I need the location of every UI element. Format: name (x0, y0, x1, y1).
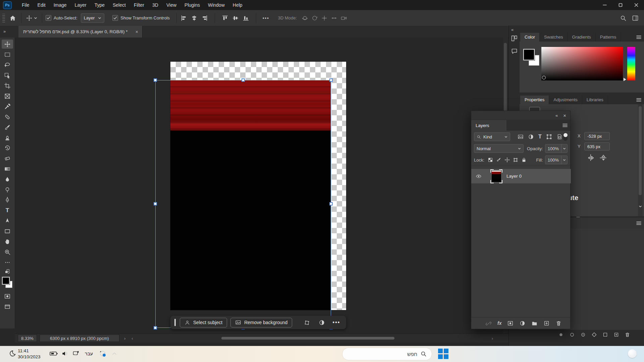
properties-tab-libraries[interactable]: Libraries (582, 96, 608, 104)
3d-roll-icon[interactable] (311, 15, 318, 21)
tool-clone-stamp[interactable] (0, 132, 15, 143)
tool-lasso[interactable] (0, 60, 15, 70)
filter-shape-layers-icon[interactable] (546, 134, 552, 140)
menu-item-view[interactable]: View (162, 0, 180, 10)
menu-item-window[interactable]: Window (204, 0, 229, 10)
3d-slide-icon[interactable] (331, 15, 337, 21)
scroll-right-icon[interactable]: › (492, 336, 493, 341)
menu-item-3d[interactable]: 3D (148, 0, 162, 10)
tool-object-selection[interactable] (0, 70, 15, 80)
menu-item-filter[interactable]: Filter (130, 0, 148, 10)
document-tab[interactable]: אדם מתפל לשחרית.psd @ 8.33% (Layer 0, RG… (18, 26, 143, 38)
lower-panel-menu-icon[interactable] (636, 221, 641, 225)
network-display-icon[interactable] (72, 350, 79, 357)
ring-icon[interactable] (580, 332, 586, 338)
move-tool-preset-icon[interactable] (25, 15, 39, 21)
color-tab-swatches[interactable]: Swatches (540, 33, 568, 42)
status-expand-icon[interactable]: › (124, 336, 125, 341)
delete-icon[interactable] (625, 332, 630, 338)
new-adjustment-layer-icon[interactable] (519, 320, 526, 326)
menu-item-help[interactable]: Help (229, 0, 247, 10)
auto-select-target-dropdown[interactable]: Layer (81, 13, 105, 23)
quick-mask-icon[interactable] (0, 291, 15, 301)
add-layer-mask-icon[interactable] (507, 320, 514, 326)
tool-eyedropper[interactable] (0, 101, 15, 112)
3d-camera-icon[interactable] (340, 15, 347, 21)
align-vertical-centers-icon[interactable] (232, 14, 239, 22)
adjustments-icon[interactable] (316, 318, 327, 327)
transform-handle-top-left[interactable] (154, 78, 157, 82)
zoom-level-field[interactable]: 8.33% (18, 335, 37, 342)
align-bottom-edges-icon[interactable] (242, 14, 250, 22)
layer-thumbnail[interactable] (491, 170, 502, 183)
dot-icon[interactable] (558, 332, 564, 338)
tool-rectangular-marquee[interactable] (0, 49, 15, 60)
focus-assist-moon-icon[interactable] (9, 350, 16, 357)
foreground-background-colors[interactable] (0, 276, 15, 291)
screen-mode-icon[interactable] (0, 301, 15, 312)
foreground-color-swatch[interactable] (2, 277, 10, 285)
windows-start-button[interactable] (438, 349, 448, 359)
color-tab-gradients[interactable]: Gradients (568, 33, 595, 42)
lock-position-icon[interactable] (504, 157, 510, 163)
filter-adjustment-layers-icon[interactable] (528, 134, 534, 140)
new-layer-icon[interactable] (543, 320, 550, 326)
properties-scrollbar-thumb[interactable] (639, 106, 642, 195)
tool-path-selection[interactable] (0, 216, 15, 226)
select-subject-button[interactable]: Select subject (180, 318, 227, 327)
transform-handle-middle-left[interactable] (154, 202, 157, 205)
tool-brush[interactable] (0, 122, 15, 132)
options-bar-grip[interactable] (2, 14, 5, 22)
menu-item-select[interactable]: Select (109, 0, 130, 10)
3d-orbit-icon[interactable] (302, 15, 308, 21)
color-tab-color[interactable]: Color (520, 33, 540, 42)
scroll-down-icon[interactable] (639, 205, 642, 208)
transform-warp-icon[interactable] (301, 318, 313, 327)
transform-handle-bottom-left[interactable] (154, 326, 157, 329)
language-indicator[interactable]: עבר (85, 351, 93, 356)
square-icon[interactable] (602, 332, 608, 338)
search-icon[interactable] (620, 15, 627, 21)
lock-artboard-icon[interactable] (513, 157, 518, 163)
transform-handle-top-center[interactable] (241, 78, 245, 82)
tool-gradient[interactable] (0, 164, 15, 174)
tool-spot-healing-brush[interactable] (0, 112, 15, 122)
layer-effects-icon[interactable]: fx (497, 320, 501, 326)
layer-visibility-eye-icon[interactable] (476, 173, 482, 179)
circle-icon[interactable] (569, 332, 575, 338)
transform-handle-top-right[interactable] (329, 78, 333, 82)
volume-icon[interactable] (61, 350, 68, 357)
collapse-panels-icon[interactable]: » (3, 29, 6, 34)
layer-name[interactable]: Layer 0 (506, 174, 522, 179)
fill-field[interactable]: 100% (545, 156, 568, 164)
menu-item-plugins[interactable]: Plugins (180, 0, 204, 10)
align-left-edges-icon[interactable] (180, 14, 187, 22)
tool-eraser[interactable] (0, 153, 15, 164)
workspace-switcher-icon[interactable] (632, 15, 639, 21)
hue-slider[interactable] (627, 47, 635, 80)
align-more-icon[interactable]: ••• (263, 15, 269, 20)
flip-vertical-icon[interactable] (599, 154, 608, 162)
tool-rectangle-shape[interactable] (0, 226, 15, 236)
properties-tab-adjustments[interactable]: Adjustments (549, 96, 582, 104)
tool-move[interactable] (0, 39, 15, 49)
expand-panels-icon[interactable]: « (511, 27, 514, 32)
menu-item-type[interactable]: Type (91, 0, 109, 10)
scroll-left-icon[interactable]: ‹ (131, 336, 133, 341)
properties-tab-properties[interactable]: Properties (520, 96, 549, 104)
color-panel-menu-icon[interactable] (636, 35, 641, 39)
remove-background-button[interactable]: Remove background (230, 318, 292, 327)
align-horizontal-centers-icon[interactable] (191, 14, 198, 22)
auto-select-checkbox[interactable] (46, 15, 51, 21)
link-layers-icon[interactable] (485, 320, 492, 326)
layer-row-layer-0[interactable]: Layer 0 (471, 169, 571, 183)
tool-history-brush[interactable] (0, 143, 15, 153)
layers-tab[interactable]: Layers (471, 120, 506, 131)
taskbar-clock[interactable]: 11:41 30/10/2023 (18, 348, 41, 360)
flip-horizontal-icon[interactable] (586, 154, 595, 162)
menu-item-layer[interactable]: Layer (71, 0, 91, 10)
diamond-icon[interactable] (591, 332, 597, 338)
maximize-button[interactable] (612, 0, 628, 10)
filter-type-layers-icon[interactable]: T (538, 134, 542, 139)
menu-item-file[interactable]: File (18, 0, 34, 10)
